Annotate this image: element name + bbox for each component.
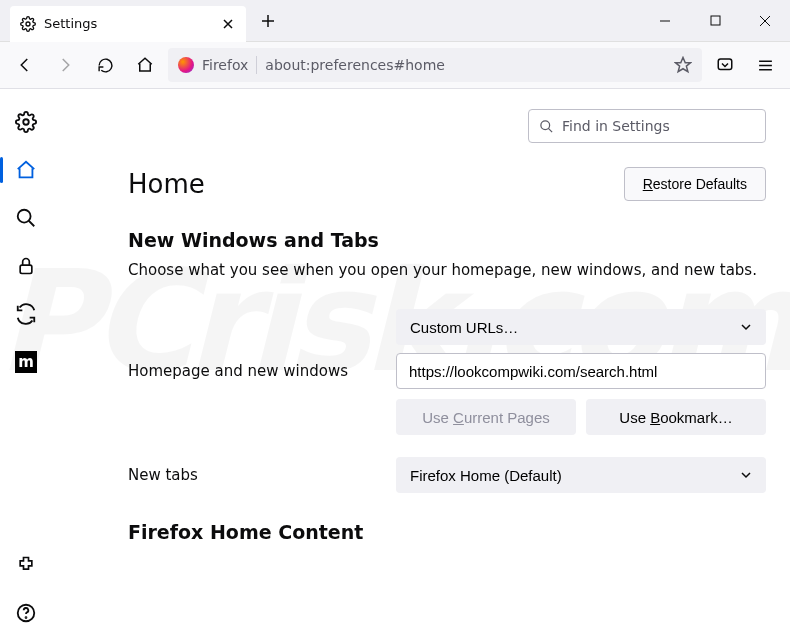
close-window-button[interactable] <box>740 0 790 42</box>
back-button[interactable] <box>8 48 42 82</box>
homepage-mode-select[interactable]: Custom URLs… <box>396 309 766 345</box>
search-icon <box>539 119 554 134</box>
find-in-settings[interactable]: Find in Settings <box>528 109 766 143</box>
section-desc-nwt: Choose what you see when you open your h… <box>128 261 766 279</box>
new-tab-button[interactable] <box>252 5 284 37</box>
tab-settings[interactable]: Settings <box>10 6 246 42</box>
forward-button[interactable] <box>48 48 82 82</box>
sidebar-item-help[interactable] <box>11 598 41 628</box>
restore-defaults-button[interactable]: Restore Defaults <box>624 167 766 201</box>
url-path: about:preferences#home <box>265 57 666 73</box>
svg-rect-2 <box>718 59 732 70</box>
minimize-button[interactable] <box>640 0 690 42</box>
newtabs-select[interactable]: Firefox Home (Default) <box>396 457 766 493</box>
pocket-button[interactable] <box>708 48 742 82</box>
maximize-button[interactable] <box>690 0 740 42</box>
m-icon: m <box>15 351 37 373</box>
chevron-down-icon <box>740 469 752 481</box>
window-controls <box>640 0 790 42</box>
homepage-url-input[interactable] <box>396 353 766 389</box>
svg-point-8 <box>541 120 550 129</box>
newtabs-value: Firefox Home (Default) <box>410 467 562 484</box>
sidebar-item-extensions[interactable] <box>11 550 41 580</box>
close-icon[interactable] <box>220 16 236 32</box>
sidebar-item-search[interactable] <box>11 203 41 233</box>
svg-rect-5 <box>20 265 32 273</box>
settings-sidebar: m <box>0 89 52 642</box>
reload-button[interactable] <box>88 48 122 82</box>
url-bar[interactable]: Firefox about:preferences#home <box>168 48 702 82</box>
tab-label: Settings <box>44 16 212 31</box>
newtabs-label: New tabs <box>128 466 396 484</box>
url-product: Firefox <box>202 57 248 73</box>
page-title: Home <box>128 169 205 199</box>
section-title-nwt: New Windows and Tabs <box>128 229 766 251</box>
sidebar-item-sync[interactable] <box>11 299 41 329</box>
sidebar-item-more[interactable]: m <box>11 347 41 377</box>
settings-main: Find in Settings Home Restore Defaults N… <box>52 89 790 642</box>
svg-point-0 <box>26 22 30 26</box>
find-placeholder: Find in Settings <box>562 118 670 134</box>
svg-rect-1 <box>711 16 720 25</box>
use-bookmark-button[interactable]: Use Bookmark… <box>586 399 766 435</box>
section-title-fhc: Firefox Home Content <box>128 521 766 543</box>
navigation-toolbar: Firefox about:preferences#home <box>0 42 790 89</box>
home-button[interactable] <box>128 48 162 82</box>
homepage-mode-value: Custom URLs… <box>410 319 518 336</box>
bookmark-star-icon[interactable] <box>674 56 692 74</box>
homepage-label: Homepage and new windows <box>128 362 396 380</box>
chevron-down-icon <box>740 321 752 333</box>
sidebar-item-home[interactable] <box>11 155 41 185</box>
separator <box>256 56 257 74</box>
gear-icon <box>20 16 36 32</box>
sidebar-item-general[interactable] <box>11 107 41 137</box>
titlebar: Settings <box>0 0 790 42</box>
svg-point-7 <box>26 617 27 618</box>
menu-button[interactable] <box>748 48 782 82</box>
svg-point-4 <box>18 210 31 223</box>
use-current-pages-button[interactable]: Use Current Pages <box>396 399 576 435</box>
svg-point-3 <box>23 119 29 125</box>
sidebar-item-privacy[interactable] <box>11 251 41 281</box>
firefox-icon <box>178 57 194 73</box>
